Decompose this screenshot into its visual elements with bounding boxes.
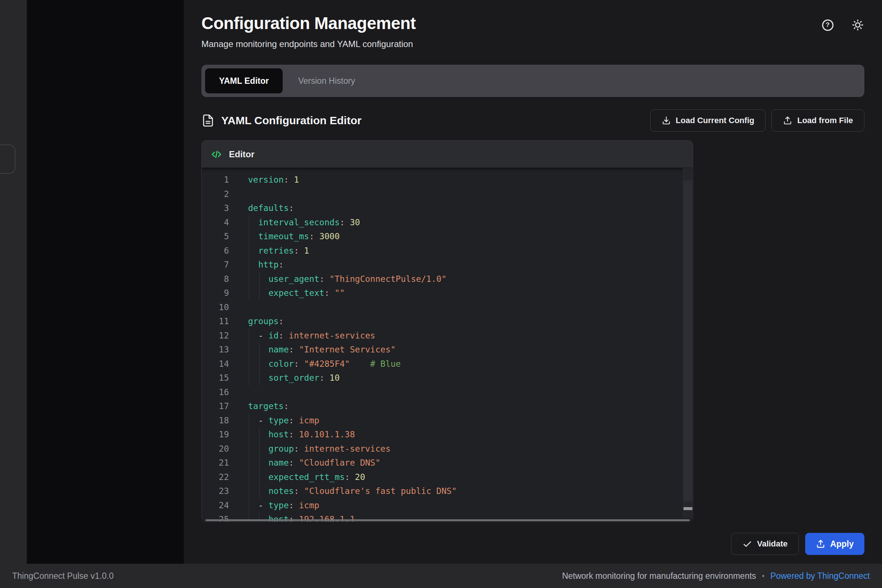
- code-line: 12 - id: internet-services: [202, 328, 693, 343]
- vertical-scrollbar[interactable]: [683, 168, 692, 518]
- footer-right: Network monitoring for manufacturing env…: [562, 571, 870, 581]
- validate-button[interactable]: Validate: [731, 533, 799, 555]
- sidebar: [27, 0, 184, 564]
- apply-label: Apply: [830, 539, 854, 549]
- download-icon: [662, 116, 671, 125]
- footer: ThingConnect Pulse v1.0.0 Network monito…: [0, 564, 882, 588]
- yaml-code-editor[interactable]: 1version: 123defaults:4 interval_seconds…: [202, 168, 693, 522]
- main-content: Configuration Management ? Manage monito…: [184, 0, 882, 564]
- code-line: 9 expect_text: "": [202, 286, 693, 300]
- code-line: 22 expected_rtt_ms: 20: [202, 470, 693, 484]
- load-current-config-button[interactable]: Load Current Config: [650, 110, 766, 132]
- vertical-scrollbar-thumb[interactable]: [684, 180, 692, 502]
- horizontal-scrollbar[interactable]: [206, 519, 690, 521]
- tab-version-history[interactable]: Version History: [283, 68, 370, 93]
- code-line: 15 sort_order: 10: [202, 371, 693, 385]
- code-line: 18 - type: icmp: [202, 413, 693, 428]
- code-line: 3defaults:: [202, 201, 693, 215]
- code-line: 11groups:: [202, 314, 693, 328]
- help-icon[interactable]: ?: [821, 18, 834, 32]
- footer-tagline: Network monitoring for manufacturing env…: [562, 571, 756, 581]
- section-actions: Load Current Config Load from File: [650, 110, 864, 132]
- check-icon: [742, 539, 752, 549]
- load-current-config-label: Load Current Config: [676, 116, 754, 125]
- code-line: 24 - type: icmp: [202, 498, 693, 513]
- code-line: 14 color: "#4285F4" # Blue: [202, 357, 693, 371]
- apply-button[interactable]: Apply: [805, 533, 864, 555]
- footer-separator: •: [762, 572, 764, 580]
- upload-icon: [783, 116, 792, 125]
- code-line: 5 timeout_ms: 3000: [202, 230, 693, 244]
- code-line: 23 notes: "Cloudflare's fast public DNS": [202, 484, 693, 498]
- vertical-scrollbar-grip[interactable]: [684, 507, 692, 510]
- code-line: 20 group: internet-services: [202, 442, 693, 456]
- code-line: 21 name: "Cloudflare DNS": [202, 456, 693, 470]
- page-header: Configuration Management ? Manage monito…: [201, 0, 864, 49]
- code-line: 7 http:: [202, 258, 693, 272]
- bottom-actions: Validate Apply: [201, 533, 864, 555]
- code-line: 8 user_agent: "ThingConnectPulse/1.0": [202, 272, 693, 286]
- code-line: 19 host: 10.101.1.38: [202, 428, 693, 442]
- code-line: 16: [202, 385, 693, 399]
- yaml-editor-panel: Editor 1version: 123defaults:4 interval_…: [201, 140, 693, 522]
- code-line: 2: [202, 187, 693, 201]
- code-line: 10: [202, 300, 693, 315]
- load-from-file-label: Load from File: [797, 116, 853, 125]
- load-from-file-button[interactable]: Load from File: [771, 110, 864, 132]
- validate-label: Validate: [757, 539, 788, 549]
- left-rail: [0, 0, 27, 564]
- code-lines: 1version: 123defaults:4 interval_seconds…: [202, 173, 693, 522]
- file-text-icon: [201, 114, 214, 127]
- editor-header: Editor: [202, 141, 693, 168]
- section-title-group: YAML Configuration Editor: [201, 114, 362, 127]
- upload-icon: [816, 539, 825, 549]
- code-icon: [211, 148, 222, 160]
- question-mark: ?: [822, 20, 834, 31]
- tab-yaml-editor[interactable]: YAML Editor: [205, 68, 283, 93]
- page-subtitle: Manage monitoring endpoints and YAML con…: [201, 39, 864, 49]
- header-icons: ?: [821, 18, 864, 32]
- powered-by-link[interactable]: Powered by ThingConnect: [770, 571, 870, 581]
- code-line: 13 name: "Internet Services": [202, 342, 693, 357]
- editor-title: Editor: [229, 149, 254, 159]
- code-line: 4 interval_seconds: 30: [202, 215, 693, 230]
- tab-list: YAML Editor Version History: [201, 64, 864, 97]
- section-header-row: YAML Configuration Editor Load Current C…: [201, 110, 864, 132]
- footer-version: ThingConnect Pulse v1.0.0: [12, 571, 114, 581]
- code-line: 6 retries: 1: [202, 244, 693, 258]
- collapsed-panel-button[interactable]: [0, 144, 15, 174]
- sun-icon[interactable]: [851, 18, 864, 32]
- page-title: Configuration Management: [201, 13, 864, 33]
- section-title: YAML Configuration Editor: [221, 114, 362, 127]
- code-line: 1version: 1: [202, 173, 693, 187]
- code-line: 17targets:: [202, 399, 693, 413]
